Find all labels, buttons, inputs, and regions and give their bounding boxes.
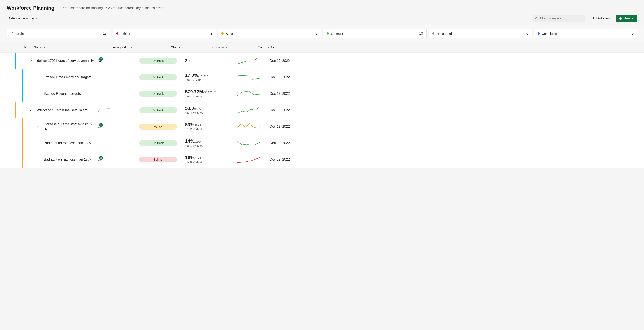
chevron-down-icon [29, 109, 32, 112]
svg-point-2 [592, 18, 592, 19]
progress-value: 5.00/5.00 66.67% MoM [183, 105, 228, 115]
filter-ontrack[interactable]: On track 10 [323, 29, 426, 38]
svg-point-0 [536, 17, 537, 19]
col-assigned[interactable]: Assigned to [97, 45, 133, 49]
svg-point-1 [592, 17, 592, 18]
chevron-down-icon [226, 46, 228, 48]
row-accent [22, 69, 23, 85]
row-accent [22, 151, 23, 168]
chevron-right-icon [36, 125, 39, 128]
trend-sparkline [237, 155, 260, 164]
svg-point-7 [116, 109, 117, 109]
comments-count: 2 [99, 156, 103, 160]
progress-value: 83%/85% 3.17% MoM [183, 122, 228, 131]
trend-sparkline [237, 106, 260, 114]
expand-toggle[interactable] [29, 109, 32, 112]
chevron-down-icon [36, 17, 38, 20]
row-accent [15, 53, 16, 69]
filter-atrisk[interactable]: At risk 3 [218, 29, 321, 38]
chevron-down-icon [277, 46, 279, 48]
dot-icon [538, 33, 540, 35]
status-filters: ✓Goals 15 Behind 2 At risk 3 On track 10… [0, 25, 644, 42]
list-view-label: List view [596, 17, 610, 20]
expand-toggle[interactable] [29, 59, 32, 62]
row-accent [15, 102, 16, 118]
chevron-down-icon [181, 46, 183, 48]
expand-all[interactable] [24, 46, 34, 49]
filter-notstarted[interactable]: Not started 0 [429, 29, 532, 38]
table-row[interactable]: Attract and Retain the Best Talent On tr… [0, 102, 644, 118]
col-progress[interactable]: Progress [183, 45, 228, 49]
table-row[interactable]: Exceed Revenue targets On track $70.72M/… [0, 85, 644, 102]
comment-icon [106, 108, 110, 112]
comments-count: 1 [99, 123, 103, 127]
chevron-down-icon [44, 46, 46, 48]
svg-point-3 [592, 19, 592, 20]
status-badge: Behind [139, 156, 177, 162]
goal-name: Bad attrition rate less than 15% [40, 156, 97, 163]
status-badge: On track [139, 74, 177, 80]
table-row[interactable]: Bad attrition rate less than 15% On trac… [0, 135, 644, 151]
check-icon: ✓ [10, 32, 13, 36]
status-badge: At risk [139, 124, 177, 129]
status-badge: On track [139, 140, 177, 146]
dot-icon [327, 33, 329, 35]
comments-count: 2 [99, 57, 103, 61]
row-accent [22, 85, 23, 102]
search-box[interactable] [533, 15, 586, 22]
due-date: Dec 12, 2022 [270, 92, 308, 96]
toolbar: Select a hierarchy List view New [0, 14, 644, 25]
filter-behind[interactable]: Behind 2 [112, 29, 216, 38]
page-header: Workforce Planning Team scorecard for tr… [0, 0, 644, 14]
progress-value: $70.72M/$64.25M 9.51% MoM [183, 89, 228, 98]
list-view-button[interactable]: List view [589, 15, 612, 22]
filter-completed[interactable]: Completed 0 [534, 29, 637, 38]
goal-name: deliver 1700 hours of service annually [34, 57, 97, 64]
row-accent [22, 135, 23, 151]
comments-button[interactable] [105, 107, 111, 113]
double-chevron-icon [24, 46, 26, 49]
more-button[interactable] [114, 108, 119, 113]
svg-point-9 [116, 111, 117, 111]
chevron-down-icon [632, 17, 634, 20]
due-date: Dec 12, 2022 [270, 141, 308, 145]
svg-rect-5 [592, 18, 594, 19]
trend-sparkline [237, 73, 260, 81]
dot-icon [116, 33, 118, 35]
goal-name: Attract and Retain the Best Talent [34, 107, 97, 114]
search-input[interactable] [540, 17, 583, 20]
due-date: Dec 12, 2022 [270, 75, 308, 79]
dot-icon [222, 33, 224, 35]
comments-button[interactable]: 2 [97, 58, 102, 63]
table-row[interactable]: Increase full time staff % to 85% by 1 A… [0, 118, 644, 135]
chevron-down-icon [268, 46, 270, 48]
table-body: deliver 1700 hours of service annually 2… [0, 52, 644, 168]
svg-rect-4 [592, 17, 594, 18]
progress-value: 16%/15% 9.99% MoM [183, 155, 228, 164]
due-date: Dec 12, 2022 [270, 108, 308, 112]
table-row[interactable]: Bad attrition rate less than 15% 2 Behin… [0, 151, 644, 168]
due-date: Dec 12, 2022 [270, 59, 308, 63]
expand-toggle[interactable] [36, 125, 39, 128]
filter-goals[interactable]: ✓Goals 15 [7, 29, 110, 38]
col-due[interactable]: Due [270, 45, 308, 49]
edit-button[interactable] [97, 107, 102, 113]
table-row[interactable]: Exceed Gross margin % targets On track 1… [0, 69, 644, 85]
col-trend[interactable]: Trend [228, 45, 270, 49]
comments-button[interactable]: 1 [97, 124, 102, 129]
col-status[interactable]: Status [133, 45, 183, 49]
svg-rect-6 [592, 19, 594, 20]
status-badge: On track [139, 91, 177, 97]
plus-icon [619, 17, 622, 20]
col-name[interactable]: Name [34, 45, 97, 49]
search-icon [535, 17, 538, 20]
chevron-down-icon [131, 46, 133, 48]
due-date: Dec 12, 2022 [270, 125, 308, 128]
table-row[interactable]: deliver 1700 hours of service annually 2… [0, 52, 644, 69]
page-title: Workforce Planning [7, 5, 54, 11]
hierarchy-select[interactable]: Select a hierarchy [7, 15, 40, 21]
table-header: Name Assigned to Status Progress Trend D… [0, 42, 644, 52]
new-button[interactable]: New [616, 15, 637, 22]
comments-button[interactable]: 2 [97, 157, 102, 162]
new-label: New [624, 17, 630, 20]
